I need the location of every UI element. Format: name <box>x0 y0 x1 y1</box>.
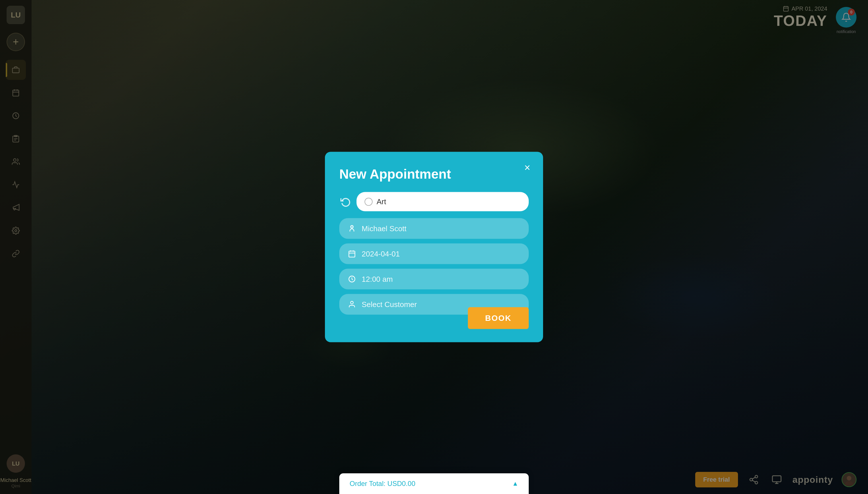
person-icon <box>348 225 356 233</box>
customer-icon <box>347 300 356 309</box>
refresh-icon <box>340 196 351 207</box>
svg-point-34 <box>351 301 353 304</box>
service-input-field[interactable]: Art <box>356 192 529 211</box>
order-total-bar[interactable]: Order Total: USD0.00 ▲ <box>339 473 529 494</box>
staff-field-value: Michael Scott <box>362 224 407 233</box>
modal-close-button[interactable]: × <box>520 160 534 175</box>
service-input-text: Art <box>377 197 386 206</box>
staff-field[interactable]: Michael Scott <box>339 218 529 239</box>
time-field[interactable]: 12:00 am <box>339 269 529 289</box>
order-total-chevron: ▲ <box>512 480 518 488</box>
staff-icon <box>347 224 356 233</box>
clock-icon <box>348 275 356 283</box>
modal-title: New Appointment <box>339 166 529 182</box>
refresh-service-icon[interactable] <box>339 195 352 208</box>
service-input-circle <box>364 197 373 206</box>
date-icon <box>347 249 356 259</box>
new-appointment-modal: New Appointment × Art Michael Scott <box>325 152 543 342</box>
calendar-field-icon <box>348 250 356 258</box>
service-selector-row: Art <box>339 192 529 211</box>
svg-point-28 <box>351 226 353 228</box>
date-field-value: 2024-04-01 <box>362 249 400 258</box>
date-field[interactable]: 2024-04-01 <box>339 244 529 264</box>
book-button[interactable]: BOOK <box>468 307 529 329</box>
customer-person-icon <box>348 300 356 308</box>
time-icon <box>347 274 356 284</box>
svg-rect-29 <box>349 251 355 257</box>
customer-field-placeholder: Select Customer <box>362 300 417 309</box>
time-field-value: 12:00 am <box>362 274 393 284</box>
order-total-text: Order Total: USD0.00 <box>350 480 415 488</box>
